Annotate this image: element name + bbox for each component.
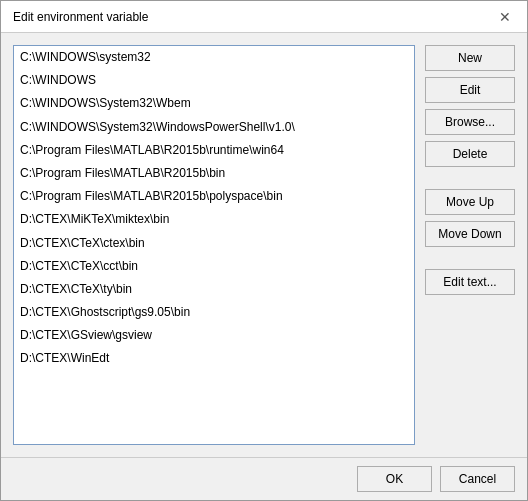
env-var-list[interactable]: C:\WINDOWS\system32C:\WINDOWSC:\WINDOWS\… [13, 45, 415, 445]
edit-text-button[interactable]: Edit text... [425, 269, 515, 295]
dialog-content: C:\WINDOWS\system32C:\WINDOWSC:\WINDOWS\… [1, 33, 527, 457]
title-bar: Edit environment variable ✕ [1, 1, 527, 33]
list-item[interactable]: D:\CTEX\WinEdt [14, 347, 414, 370]
ok-button[interactable]: OK [357, 466, 432, 492]
edit-button[interactable]: Edit [425, 77, 515, 103]
list-item[interactable]: D:\CTEX\CTeX\ty\bin [14, 278, 414, 301]
list-item[interactable]: C:\WINDOWS\System32\Wbem [14, 92, 414, 115]
action-buttons-panel: New Edit Browse... Delete Move Up Move D… [425, 45, 515, 445]
dialog-title: Edit environment variable [13, 10, 148, 24]
list-item[interactable]: C:\Program Files\MATLAB\R2015b\bin [14, 162, 414, 185]
new-button[interactable]: New [425, 45, 515, 71]
spacer1 [425, 173, 515, 183]
cancel-button[interactable]: Cancel [440, 466, 515, 492]
list-item[interactable]: C:\WINDOWS\System32\WindowsPowerShell\v1… [14, 116, 414, 139]
spacer2 [425, 253, 515, 263]
close-button[interactable]: ✕ [495, 7, 515, 27]
move-down-button[interactable]: Move Down [425, 221, 515, 247]
list-item[interactable]: C:\Program Files\MATLAB\R2015b\runtime\w… [14, 139, 414, 162]
list-item[interactable]: C:\WINDOWS\system32 [14, 46, 414, 69]
list-item[interactable]: D:\CTEX\Ghostscript\gs9.05\bin [14, 301, 414, 324]
list-item[interactable]: D:\CTEX\MiKTeX\miktex\bin [14, 208, 414, 231]
list-item[interactable]: D:\CTEX\CTeX\ctex\bin [14, 232, 414, 255]
list-item[interactable]: D:\CTEX\GSview\gsview [14, 324, 414, 347]
edit-env-dialog: Edit environment variable ✕ C:\WINDOWS\s… [0, 0, 528, 501]
dialog-footer: OK Cancel [1, 457, 527, 500]
move-up-button[interactable]: Move Up [425, 189, 515, 215]
list-item[interactable]: C:\WINDOWS [14, 69, 414, 92]
list-item[interactable]: C:\Program Files\MATLAB\R2015b\polyspace… [14, 185, 414, 208]
delete-button[interactable]: Delete [425, 141, 515, 167]
list-item[interactable]: D:\CTEX\CTeX\cct\bin [14, 255, 414, 278]
browse-button[interactable]: Browse... [425, 109, 515, 135]
